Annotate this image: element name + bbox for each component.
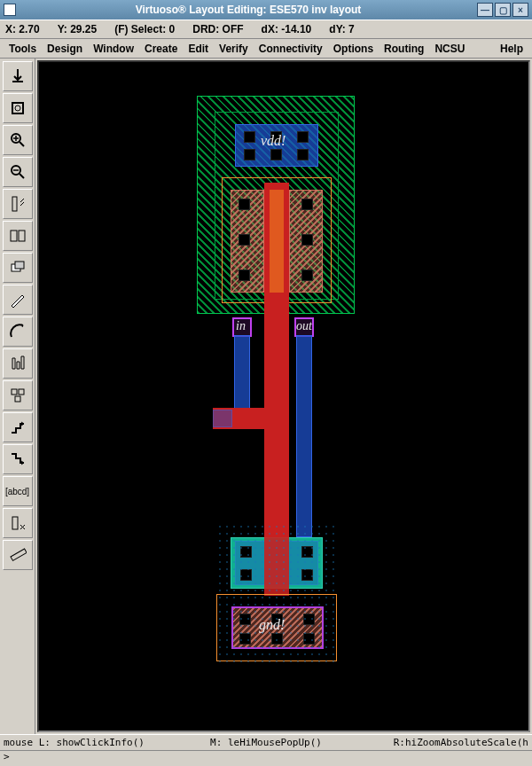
svg-rect-8: [15, 262, 24, 269]
svg-rect-0: [12, 103, 23, 113]
contact-pdiff: [301, 234, 313, 246]
svg-rect-4: [12, 197, 17, 211]
window-title: Virtuoso® Layout Editing: ESE570 inv lay…: [21, 4, 475, 16]
label-out: out: [296, 319, 312, 333]
label-icon[interactable]: [abcd]: [3, 476, 33, 506]
fit-icon[interactable]: [3, 93, 33, 123]
ruler-diag-icon[interactable]: [3, 540, 33, 570]
contact-vdd: [244, 149, 255, 160]
select-count: (F) Select: 0: [114, 23, 175, 35]
minimize-button[interactable]: —: [477, 3, 493, 17]
maximize-button[interactable]: ▢: [495, 3, 511, 17]
menu-verify[interactable]: Verify: [214, 41, 254, 57]
mouse-hint-bar: mouse L: showClickInfo() M: leHiMousePop…: [0, 734, 532, 750]
pen-icon[interactable]: [3, 285, 33, 315]
drd-status: DRD: OFF: [192, 23, 243, 35]
menu-options[interactable]: Options: [328, 41, 379, 57]
properties-icon[interactable]: [3, 348, 33, 379]
contact-pdiff: [239, 270, 250, 281]
coord-y: Y: 29.25: [58, 23, 97, 35]
layer-poly-overlay: [270, 190, 284, 293]
zoom-in-icon[interactable]: [3, 125, 33, 155]
menu-window[interactable]: Window: [88, 41, 139, 57]
label-vdd: vdd!: [261, 133, 286, 149]
mouse-left-hint: mouse L: showClickInfo(): [4, 737, 178, 748]
contact-vdd: [270, 149, 282, 160]
svg-rect-5: [11, 231, 17, 241]
contact-pdiff: [301, 270, 313, 281]
svg-rect-12: [12, 517, 18, 529]
contact-pdiff: [301, 199, 313, 210]
menu-edit[interactable]: Edit: [183, 41, 214, 57]
svg-rect-9: [12, 389, 17, 395]
menu-ncsu[interactable]: NCSU: [429, 41, 470, 57]
contact-vdd: [297, 131, 309, 143]
main-area: [abcd] vdd!: [0, 59, 532, 734]
coord-x: X: 2.70: [5, 23, 40, 35]
menu-create[interactable]: Create: [139, 41, 183, 57]
layer-metal1-route-right: [296, 335, 312, 537]
step-down-icon[interactable]: [3, 444, 33, 474]
menubar: Tools Design Window Create Edit Verify C…: [0, 39, 532, 59]
mouse-right-hint: R:hiZoomAbsoluteScale(h: [354, 737, 528, 748]
contact-vdd: [244, 131, 255, 143]
contact-vdd: [297, 149, 309, 160]
mouse-mid-hint: M: leHiMousePopUp(): [178, 737, 353, 748]
svg-rect-6: [19, 231, 25, 241]
close-button[interactable]: ×: [512, 3, 528, 17]
svg-point-2: [12, 134, 20, 143]
prompt-symbol: >: [4, 751, 10, 762]
step-up-icon[interactable]: [3, 412, 33, 442]
menu-design[interactable]: Design: [42, 41, 88, 57]
layout-canvas[interactable]: vdd! in out: [37, 60, 530, 732]
menu-routing[interactable]: Routing: [379, 41, 429, 57]
menu-connectivity[interactable]: Connectivity: [254, 41, 328, 57]
contact-pdiff: [239, 199, 250, 210]
layer-pwell-dots: [216, 523, 337, 665]
svg-point-3: [12, 166, 20, 175]
svg-rect-11: [15, 396, 20, 402]
app-icon: [4, 4, 16, 16]
left-toolbar: [abcd]: [0, 59, 35, 734]
layers-icon[interactable]: [3, 253, 33, 283]
zoom-out-icon[interactable]: [3, 157, 33, 187]
label-in: in: [236, 319, 246, 333]
contact-pdiff: [239, 234, 250, 246]
menu-tools[interactable]: Tools: [4, 41, 42, 57]
coord-dy: dY: 7: [329, 23, 354, 35]
svg-rect-13: [11, 549, 27, 560]
svg-rect-7: [12, 264, 20, 271]
coordinate-bar: X: 2.70 Y: 29.25 (F) Select: 0 DRD: OFF …: [0, 20, 532, 39]
coord-dx: dX: -14.10: [262, 23, 312, 35]
save-icon[interactable]: [3, 61, 33, 91]
instances-icon[interactable]: [3, 380, 33, 410]
titlebar: Virtuoso® Layout Editing: ESE570 inv lay…: [0, 0, 532, 20]
command-prompt[interactable]: >: [0, 750, 532, 766]
ruler-vert-icon[interactable]: [3, 189, 33, 219]
select-icon[interactable]: [3, 508, 33, 538]
svg-rect-10: [19, 389, 24, 395]
menu-help[interactable]: Help: [495, 41, 528, 57]
svg-point-1: [15, 106, 20, 111]
layer-metal1-jog-left: [213, 410, 232, 427]
split-icon[interactable]: [3, 221, 33, 251]
arc-icon[interactable]: [3, 317, 33, 347]
